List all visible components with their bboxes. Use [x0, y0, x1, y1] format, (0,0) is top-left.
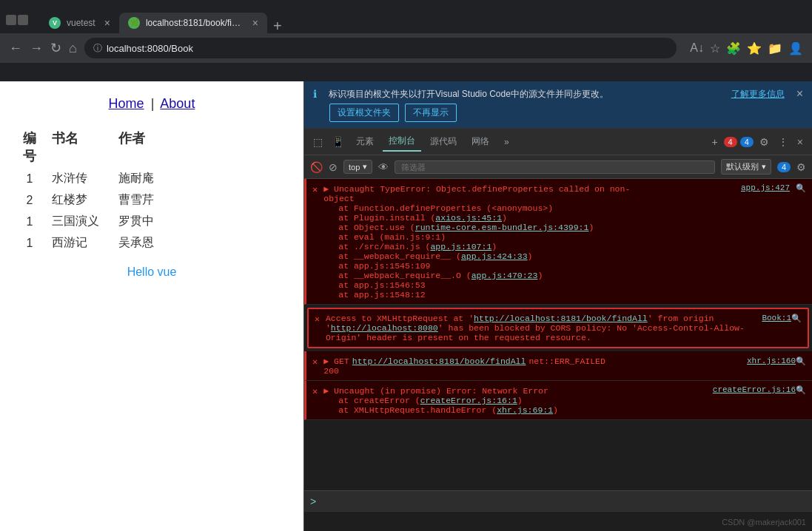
extensions-button[interactable]: 🧩	[726, 41, 741, 55]
address-text: localhost:8080/Book	[107, 43, 668, 54]
stack-link-app470[interactable]: app.js:470:23	[472, 271, 538, 280]
level-chevron: ▾	[762, 162, 766, 172]
cell-id: 2	[22, 194, 37, 207]
console-entry-network-error: ✕ ▶ Uncaught (in promise) Error: Network…	[304, 381, 812, 420]
stack-link-runtime[interactable]: runtime-core.esm-bundler.js:4399:1	[415, 223, 589, 232]
more-button[interactable]: ⋮	[775, 133, 791, 151]
network-error-source[interactable]: createError.js:16	[713, 385, 796, 396]
address-bar: ← → ↻ ⌂ ⓘ localhost:8080/Book A↓ ☆ 🧩 ⭐ 📁…	[0, 33, 812, 63]
tab-more[interactable]: »	[498, 134, 515, 150]
tab-vuetest[interactable]: V vuetest ×	[40, 13, 119, 33]
maximize-button[interactable]	[18, 15, 28, 25]
level-label: 默认级别	[726, 161, 759, 172]
browser-actions: A↓ ☆ 🧩 ⭐ 📁 👤	[690, 41, 803, 55]
console-input[interactable]	[322, 496, 806, 507]
table-row: 1三国演义罗贯中	[15, 214, 289, 229]
browser-chrome: V vuetest × 🌿 localhost:8181/book/findAl…	[0, 0, 812, 81]
stack-link-createerror[interactable]: createError.js:16:1	[420, 396, 517, 405]
favorites-button[interactable]: ⭐	[747, 41, 762, 55]
inspect-button[interactable]: ⬚	[310, 133, 326, 151]
tab-elements[interactable]: 元素	[350, 132, 380, 151]
filter-input[interactable]	[395, 160, 715, 174]
dont-show-button[interactable]: 不再显示	[405, 104, 457, 122]
learn-more-link[interactable]: 了解更多信息	[731, 88, 785, 101]
stack-link-axios[interactable]: axios.js:45:1	[435, 213, 502, 223]
stack-link-app424[interactable]: app.js:424:33	[461, 251, 528, 261]
tab-findall[interactable]: 🌿 localhost:8181/book/findAll ×	[119, 13, 267, 33]
console-output: ✕ ▶ Uncaught TypeError: Object.definePro…	[304, 179, 812, 490]
tabs-bar: V vuetest × 🌿 localhost:8181/book/findAl…	[34, 7, 806, 33]
get-error-url[interactable]: http://localhost:8181/book/findAll	[352, 356, 526, 366]
console-entry-typeerror: ✕ ▶ Uncaught TypeError: Object.definePro…	[304, 179, 812, 305]
cell-author: 曹雪芹	[118, 192, 178, 208]
cors-search[interactable]: 🔍	[791, 314, 802, 342]
info-icon: ℹ	[313, 88, 317, 100]
bookmark-button[interactable]: ☆	[710, 41, 720, 55]
console-gear-icon[interactable]: ⚙	[796, 161, 806, 173]
book-rows: 1水浒传施耐庵2红楼梦曹雪芹1三国演义罗贯中1西游记吴承恩	[15, 171, 289, 251]
tab-title-findall: localhost:8181/book/findAll	[146, 18, 244, 28]
cell-id: 1	[22, 237, 37, 250]
tab-close-findall[interactable]: ×	[252, 17, 258, 29]
filter-block-icon[interactable]: ⊘	[329, 161, 338, 173]
table-row: 1水浒传施耐庵	[15, 171, 289, 186]
stack-link-xhr69[interactable]: xhr.js:69:1	[497, 405, 553, 415]
cors-url2[interactable]: http://localhost:8080	[331, 323, 438, 333]
console-prompt: >	[310, 496, 316, 507]
add-tab-button[interactable]: +	[708, 133, 720, 151]
context-selector[interactable]: top ▾	[343, 160, 372, 174]
tab-close-vuetest[interactable]: ×	[104, 17, 110, 29]
banner-close-button[interactable]: ×	[796, 87, 803, 101]
nav-separator: |	[151, 96, 155, 111]
info-badge: 4	[740, 137, 754, 147]
about-link[interactable]: About	[160, 96, 195, 111]
level-selector[interactable]: 默认级别 ▾	[721, 159, 771, 175]
window-controls	[6, 15, 28, 25]
cors-url1[interactable]: http://localhost:8181/book/findAll	[474, 314, 648, 323]
console-entry-get-error: ✕ ▶ GET http://localhost:8181/book/findA…	[304, 351, 812, 381]
home-button[interactable]: ⌂	[69, 41, 77, 56]
profile-button[interactable]: 👤	[788, 41, 803, 55]
minimize-button[interactable]	[6, 15, 16, 25]
settings-button[interactable]: ⚙	[756, 133, 772, 151]
devtools-panel: ℹ 标识项目的根文件夹以打开Visual Studio Code中的源文件并同步…	[303, 81, 812, 531]
close-devtools-button[interactable]: ×	[794, 133, 806, 151]
cell-name: 三国演义	[52, 214, 104, 229]
tab-title-vuetest: vuetest	[67, 18, 95, 28]
tab-network[interactable]: 网络	[466, 132, 495, 151]
stack-link-app107[interactable]: app.js:107:1	[430, 242, 491, 251]
context-chevron: ▾	[363, 162, 367, 172]
cell-id: 1	[22, 215, 37, 229]
cell-author: 施耐庵	[118, 171, 178, 186]
cell-name: 红楼梦	[52, 192, 104, 208]
network-error-search[interactable]: 🔍	[796, 385, 806, 396]
eye-icon[interactable]: 👁	[378, 161, 389, 173]
device-button[interactable]: 📱	[329, 133, 347, 151]
back-button[interactable]: ←	[9, 41, 22, 56]
cors-source[interactable]: Book:1	[762, 314, 791, 342]
new-tab-button[interactable]: +	[273, 18, 282, 33]
cell-author: 吴承恩	[118, 235, 178, 251]
main-area: Home | About 编号 书名 作者 1水浒传施耐庵2红楼梦曹雪芹1三国演…	[0, 81, 812, 531]
header-id: 编号	[22, 129, 37, 165]
address-box[interactable]: ⓘ localhost:8080/Book	[84, 38, 677, 58]
forward-button[interactable]: →	[30, 41, 43, 56]
get-error-code: 200	[323, 366, 806, 376]
tab-console[interactable]: 控制台	[383, 132, 421, 152]
translate-button[interactable]: A↓	[690, 41, 704, 55]
filter-clear-icon[interactable]: 🚫	[310, 161, 323, 173]
cors-message: Access to XMLHttpRequest at 'http://loca…	[326, 314, 756, 342]
collections-button[interactable]: 📁	[768, 41, 782, 55]
get-error-source[interactable]: xhr.js:160	[747, 356, 796, 365]
set-root-button[interactable]: 设置根文件夹	[329, 104, 399, 122]
header-name: 书名	[52, 129, 104, 165]
error-search-1[interactable]: 🔍	[796, 183, 806, 194]
home-link[interactable]: Home	[109, 96, 144, 111]
tab-sources[interactable]: 源代码	[424, 132, 463, 151]
refresh-button[interactable]: ↻	[50, 40, 61, 56]
error-icon-3: ✕	[312, 356, 318, 376]
devtools-toolbar: ⬚ 📱 元素 控制台 源代码 网络 » + 4 4 ⚙ ⋮ ×	[304, 129, 812, 155]
error-source-1[interactable]: app.js:427	[741, 183, 790, 194]
info-icon: ⓘ	[93, 42, 102, 55]
get-error-search[interactable]: 🔍	[796, 356, 806, 366]
